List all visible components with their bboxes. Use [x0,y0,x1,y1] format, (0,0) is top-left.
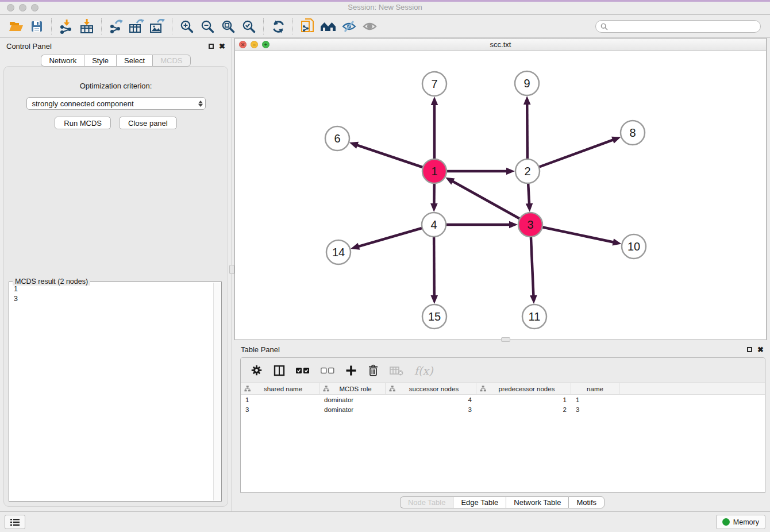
zoom-selected-icon[interactable] [238,17,259,36]
close-panel-button[interactable]: Close panel [119,117,177,129]
zoom-fit-icon[interactable] [218,17,238,36]
column-header-shared-name[interactable]: shared name [241,383,319,394]
toolbar-separator [263,18,264,34]
close-table-panel-icon[interactable]: ✖ [757,346,764,353]
search-box[interactable] [595,20,761,33]
delete-table-icon [390,365,403,376]
node-table-container: f(x) shared nameMCDS rolesuccessor nodes… [240,357,765,493]
function-builder-icon: f(x) [414,364,433,377]
show-all-icon[interactable] [359,17,380,36]
tab-network-table[interactable]: Network Table [506,496,568,508]
first-neighbors-icon[interactable] [318,17,338,36]
mcds-panel: Optimization criterion: strongly connect… [3,66,228,507]
zoom-in-icon[interactable] [176,17,197,36]
search-input[interactable] [608,22,756,30]
search-icon [600,23,608,30]
edge-3-10[interactable] [530,225,615,242]
cell-MCDS-role[interactable]: dominator [319,396,386,403]
cell-MCDS-role[interactable]: dominator [319,406,386,413]
arrowhead-2-3 [526,203,533,212]
new-network-from-selection-icon[interactable] [297,17,318,36]
cell-shared-name[interactable]: 3 [241,406,319,413]
table-settings-icon[interactable] [251,364,263,376]
add-column-icon[interactable] [345,365,357,376]
toolbar-separator [51,18,52,34]
column-visibility-icon[interactable] [274,365,285,376]
task-history-button[interactable] [5,515,25,529]
arrowhead-2-8 [611,137,621,144]
cell-name[interactable]: 3 [571,406,619,413]
arrowhead-1-6 [349,142,359,149]
float-panel-icon[interactable] [209,44,214,49]
table-panel-title: Table Panel [241,345,280,354]
table-row[interactable]: 3dominator323 [241,404,765,414]
network-window-titlebar[interactable]: ✕ − + scc.txt [235,38,766,51]
criterion-dropdown[interactable]: strongly connected component [26,97,206,110]
tab-mcds[interactable]: MCDS [152,55,190,67]
edge-3-1[interactable] [452,181,530,225]
cell-predecessor-nodes[interactable]: 2 [476,406,571,413]
arrowhead-1-7 [431,97,438,105]
arrowhead-1-4 [430,203,438,212]
arrowhead-4-14 [351,243,360,250]
node-label-14: 14 [332,246,345,259]
edge-2-8[interactable] [528,140,614,171]
column-header-MCDS-role[interactable]: MCDS role [319,383,386,394]
import-network-icon[interactable] [56,17,76,36]
run-mcds-button[interactable]: Run MCDS [55,117,111,129]
node-label-3: 3 [527,218,533,231]
table-panel: Table Panel ✖ [234,342,770,511]
network-window-title: scc.txt [235,40,766,49]
hierarchy-icon [244,385,251,392]
cell-successor-nodes[interactable]: 3 [386,406,476,413]
toolbar-separator [292,18,293,34]
horizontal-splitter-grip[interactable] [501,337,510,342]
cell-shared-name[interactable]: 1 [241,396,319,403]
tab-network[interactable]: Network [41,55,84,67]
tab-edge-table[interactable]: Edge Table [453,496,506,508]
column-header-predecessor-nodes[interactable]: predecessor nodes [476,383,571,394]
export-table-icon[interactable] [126,17,147,36]
memory-button[interactable]: Memory [716,515,765,529]
apply-layout-icon[interactable] [268,17,288,36]
tab-node-table[interactable]: Node Table [400,496,453,508]
node-label-4: 4 [430,218,437,231]
criterion-dropdown-value: strongly connected component [32,99,134,108]
node-label-11: 11 [529,310,541,323]
cell-successor-nodes[interactable]: 4 [386,396,476,403]
control-panel-header: Control Panel ✖ [0,38,232,54]
node-label-1: 1 [431,165,437,178]
export-image-icon[interactable] [147,17,168,36]
cell-predecessor-nodes[interactable]: 1 [476,396,571,403]
table-row[interactable]: 1dominator411 [241,395,765,404]
control-panel: Control Panel ✖ NetworkStyleSelectMCDS O… [0,38,232,511]
vertical-splitter-grip[interactable] [229,265,234,274]
table-body: 1dominator4113dominator323 [241,395,765,414]
tab-style[interactable]: Style [84,55,116,67]
arrowhead-1-2 [506,168,515,175]
arrowhead-4-3 [509,221,518,229]
import-table-icon[interactable] [76,17,97,36]
zoom-out-icon[interactable] [197,17,218,36]
deselect-all-columns-icon[interactable] [321,367,334,375]
network-graph[interactable]: 1234678910111415 [235,51,766,340]
arrowhead-4-15 [430,295,438,304]
close-panel-icon[interactable]: ✖ [219,43,225,50]
network-canvas[interactable]: 1234678910111415 [235,51,766,340]
main-toolbar [0,16,770,38]
save-session-icon[interactable] [26,17,47,36]
delete-column-icon[interactable] [368,364,379,376]
select-all-columns-icon[interactable] [296,367,310,375]
cell-name[interactable]: 1 [571,396,619,403]
column-header-successor-nodes[interactable]: successor nodes [386,383,476,394]
result-scrollbar[interactable] [213,283,221,500]
export-network-icon[interactable] [106,17,126,36]
float-table-panel-icon[interactable] [747,347,752,352]
mcds-result-text: 1 3 [10,283,213,500]
hide-selected-icon[interactable] [338,17,359,36]
column-header-name[interactable]: name [571,383,619,394]
tab-select[interactable]: Select [116,55,152,67]
open-file-icon[interactable] [6,17,26,36]
tab-motifs[interactable]: Motifs [568,496,605,508]
control-panel-tabs: NetworkStyleSelectMCDS [0,55,232,67]
